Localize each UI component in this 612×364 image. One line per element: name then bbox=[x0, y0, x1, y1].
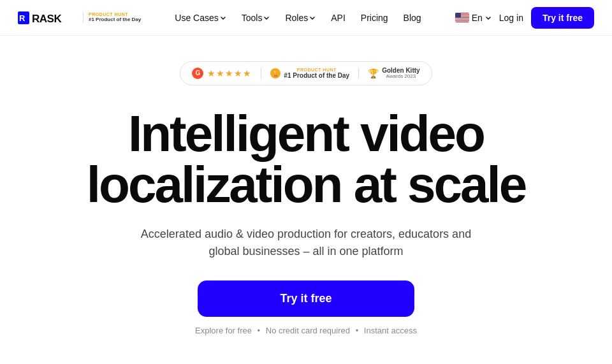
badge-bottom-text: #1 Product of the Day bbox=[89, 17, 141, 23]
svg-text:R: R bbox=[19, 13, 26, 23]
hero-section: G ★★★★★ 🏆 PRODUCT HUNT #1 Product of the… bbox=[0, 36, 612, 348]
nav-pricing[interactable]: Pricing bbox=[354, 9, 395, 27]
footnote-part-3: Instant access bbox=[364, 326, 417, 335]
footnote-dot-2: • bbox=[356, 326, 359, 335]
golden-kitty-icon: 🏆 bbox=[368, 68, 379, 78]
awards-badges: G ★★★★★ 🏆 PRODUCT HUNT #1 Product of the… bbox=[180, 61, 432, 85]
brand-logo: R RASK bbox=[18, 9, 75, 27]
language-selector[interactable]: En bbox=[455, 13, 492, 23]
nav-roles[interactable]: Roles bbox=[279, 9, 322, 27]
nav-use-cases[interactable]: Use Cases bbox=[168, 9, 232, 27]
chevron-down-icon bbox=[485, 15, 492, 21]
nav-blog[interactable]: Blog bbox=[397, 9, 428, 27]
footnote-part-2: No credit card required bbox=[266, 326, 350, 335]
nav-api[interactable]: API bbox=[324, 9, 352, 27]
g2-badge: G ★★★★★ bbox=[192, 68, 261, 79]
ph-label-bottom: #1 Product of the Day bbox=[284, 72, 349, 79]
svg-text:RASK: RASK bbox=[32, 13, 62, 25]
logo-area[interactable]: R RASK Product Hunt #1 Product of the Da… bbox=[18, 9, 141, 27]
hero-cta-button[interactable]: Try it free bbox=[198, 280, 414, 317]
ph-label-top: PRODUCT HUNT bbox=[284, 68, 349, 73]
svg-rect-8 bbox=[455, 19, 469, 20]
login-link[interactable]: Log in bbox=[499, 13, 523, 23]
golden-kitty-badge: 🏆 Golden Kitty Awards 2023 bbox=[359, 67, 419, 80]
g2-stars: ★★★★★ bbox=[207, 68, 252, 78]
svg-rect-10 bbox=[455, 13, 461, 18]
footnote-dot-1: • bbox=[258, 326, 261, 335]
product-badge: Product Hunt #1 Product of the Day bbox=[83, 12, 141, 22]
flag-icon bbox=[455, 13, 469, 22]
chevron-down-icon bbox=[309, 15, 316, 21]
nav-right: En Log in Try it free bbox=[455, 7, 594, 29]
hero-headline: Intelligent video localization at scale bbox=[87, 108, 525, 210]
producthunt-badge: 🏆 PRODUCT HUNT #1 Product of the Day bbox=[261, 68, 359, 80]
chevron-down-icon bbox=[263, 15, 270, 21]
footnote-part-1: Explore for free bbox=[195, 326, 252, 335]
svg-rect-7 bbox=[455, 18, 469, 18]
chevron-down-icon bbox=[220, 15, 226, 21]
nav-tools[interactable]: Tools bbox=[235, 9, 277, 27]
nav-left: R RASK Product Hunt #1 Product of the Da… bbox=[18, 9, 141, 27]
nav-try-free-button[interactable]: Try it free bbox=[531, 7, 594, 29]
hero-subtext: Accelerated audio & video production for… bbox=[140, 226, 472, 260]
gk-subtitle: Awards 2023 bbox=[382, 74, 419, 80]
nav-center: Use Cases Tools Roles API Pricing Blog bbox=[168, 9, 427, 27]
navbar: R RASK Product Hunt #1 Product of the Da… bbox=[0, 0, 612, 36]
producthunt-icon: 🏆 bbox=[270, 68, 280, 78]
g2-logo-icon: G bbox=[192, 68, 203, 79]
lang-label: En bbox=[472, 13, 483, 23]
hero-footnote: Explore for free • No credit card requir… bbox=[195, 326, 417, 335]
svg-rect-9 bbox=[455, 21, 469, 22]
